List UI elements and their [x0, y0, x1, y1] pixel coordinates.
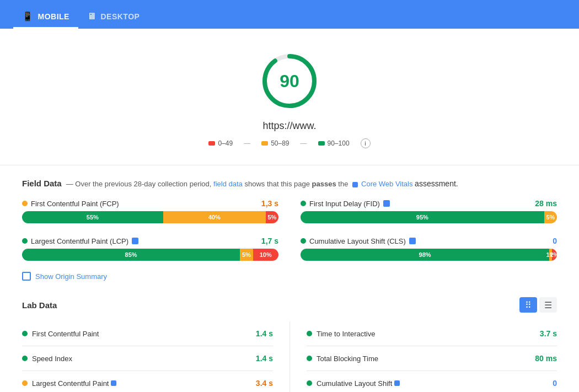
- lab-cls-name: Cumulative Layout Shift: [317, 379, 400, 388]
- lab-si-name: Speed Index: [32, 355, 72, 363]
- legend-label-green: 90–100: [328, 139, 350, 147]
- lab-tti-name: Time to Interactive: [317, 330, 375, 338]
- lab-left-column: First Contentful Paint 1.4 s Speed Index…: [22, 321, 290, 392]
- lcp-bar-red: 10%: [253, 249, 279, 261]
- fcp-bar-orange: 40%: [163, 211, 266, 223]
- fcp-bar-red: 5%: [266, 211, 278, 223]
- lab-metric-tbt: Total Blocking Time 80 ms: [307, 346, 557, 371]
- score-section: 90 https://www. 0–49 — 50–89 — 90–100 i: [0, 29, 579, 165]
- fcp-dot: [22, 201, 28, 206]
- grid-icon: ⠿: [525, 300, 532, 310]
- cwv-link[interactable]: Core Web Vitals: [352, 180, 415, 188]
- lab-metric-tti: Time to Interactive 3.7 s: [307, 321, 557, 346]
- legend-green: 90–100: [318, 139, 350, 147]
- view-list-button[interactable]: ☰: [539, 297, 557, 313]
- content-area: Field Data — Over the previous 28-day co…: [0, 165, 579, 392]
- info-icon[interactable]: i: [361, 138, 371, 148]
- fid-info-icon: [383, 200, 390, 207]
- desktop-icon: 🖥: [87, 12, 96, 22]
- legend-orange: 50–89: [261, 139, 289, 147]
- metric-cls: Cumulative Layout Shift (CLS) 0 98% 1% 2…: [301, 237, 557, 261]
- field-data-header: Field Data — Over the previous 28-day co…: [22, 179, 557, 188]
- cls-name: Cumulative Layout Shift (CLS): [309, 237, 406, 245]
- lab-tbt-dot: [307, 356, 312, 361]
- mobile-icon: 📱: [22, 11, 34, 22]
- lab-cls-value: 0: [553, 379, 557, 388]
- tab-desktop[interactable]: 🖥 DESKTOP: [78, 6, 148, 29]
- header: 📱 MOBILE 🖥 DESKTOP: [0, 0, 579, 29]
- fid-dot: [301, 201, 306, 206]
- list-icon: ☰: [544, 300, 552, 310]
- lab-metric-lcp: Largest Contentful Paint 3.4 s: [22, 371, 273, 392]
- score-url: https://www.: [262, 120, 316, 132]
- lab-lcp-name: Largest Contentful Paint: [32, 379, 116, 388]
- score-value: 90: [280, 71, 299, 92]
- lcp-value: 1,7 s: [261, 237, 278, 245]
- field-data-desc: — Over the previous 28-day collection pe…: [66, 180, 349, 188]
- cls-dot: [301, 238, 306, 244]
- lcp-dot: [22, 238, 28, 244]
- lab-lcp-dot: [22, 380, 28, 386]
- lab-metric-cls: Cumulative Layout Shift 0: [307, 371, 557, 392]
- legend-label-red: 0–49: [218, 139, 233, 147]
- fcp-value: 1,3 s: [261, 199, 278, 208]
- lab-data-title: Lab Data: [22, 300, 57, 310]
- lab-lcp-info-icon: [111, 380, 116, 386]
- cls-bar-green: 98%: [301, 249, 549, 261]
- score-legend: 0–49 — 50–89 — 90–100 i: [208, 138, 370, 148]
- score-circle: 90: [259, 51, 320, 111]
- fcp-bar: 55% 40% 5%: [22, 211, 278, 223]
- lab-fcp-dot: [22, 331, 28, 336]
- lab-tbt-value: 80 ms: [535, 354, 557, 363]
- cls-bar: 98% 1% 2%: [301, 249, 557, 261]
- fcp-bar-green: 55%: [22, 211, 163, 223]
- lcp-info-icon: [132, 238, 138, 244]
- lab-metric-fcp: First Contentful Paint 1.4 s: [22, 321, 273, 346]
- legend-red: 0–49: [208, 139, 233, 147]
- field-data-title: Field Data: [22, 179, 62, 188]
- lab-tti-dot: [307, 331, 312, 336]
- lab-tti-value: 3.7 s: [540, 329, 557, 338]
- lcp-name: Largest Contentful Paint (LCP): [31, 237, 128, 245]
- tab-mobile-label: MOBILE: [38, 12, 69, 21]
- fid-bar-orange: 5%: [544, 211, 557, 223]
- show-origin-row[interactable]: Show Origin Summary: [22, 272, 557, 281]
- cls-bar-red: 2%: [552, 249, 557, 261]
- legend-sep1: —: [244, 139, 250, 147]
- lab-si-dot: [22, 356, 28, 361]
- legend-sep2: —: [301, 139, 307, 147]
- view-grid-button[interactable]: ⠿: [519, 297, 537, 313]
- lab-lcp-value: 3.4 s: [256, 379, 273, 388]
- lab-cls-dot: [307, 380, 312, 386]
- lab-si-value: 1.4 s: [256, 354, 273, 363]
- lcp-bar-orange: 5%: [240, 249, 253, 261]
- legend-dot-orange: [261, 141, 268, 146]
- lcp-bar: 85% 5% 10%: [22, 249, 278, 261]
- field-metrics-grid: First Contentful Paint (FCP) 1,3 s 55% 4…: [22, 199, 557, 261]
- cls-value: 0: [553, 237, 557, 245]
- fid-name: First Input Delay (FID): [309, 200, 380, 208]
- field-data-link[interactable]: field data: [213, 180, 243, 188]
- lab-right-column: Time to Interactive 3.7 s Total Blocking…: [290, 321, 557, 392]
- metric-lcp: Largest Contentful Paint (LCP) 1,7 s 85%…: [22, 237, 278, 261]
- legend-dot-green: [318, 141, 325, 146]
- lab-fcp-name: First Contentful Paint: [32, 330, 99, 338]
- lab-metric-speed-index: Speed Index 1.4 s: [22, 346, 273, 371]
- tab-mobile[interactable]: 📱 MOBILE: [13, 6, 78, 29]
- fid-bar: 95% 5%: [301, 211, 557, 223]
- fid-bar-green: 95%: [301, 211, 544, 223]
- lab-metrics-grid: First Contentful Paint 1.4 s Speed Index…: [22, 321, 557, 392]
- legend-label-orange: 50–89: [271, 139, 289, 147]
- fid-value: 28 ms: [535, 199, 557, 208]
- fcp-name: First Contentful Paint (FCP): [31, 200, 119, 208]
- lab-fcp-value: 1.4 s: [256, 329, 273, 338]
- main-content: 90 https://www. 0–49 — 50–89 — 90–100 i …: [0, 29, 579, 392]
- tab-desktop-label: DESKTOP: [100, 12, 140, 21]
- legend-dot-red: [208, 141, 215, 146]
- lab-tbt-name: Total Blocking Time: [317, 355, 378, 363]
- cwv-icon: [352, 182, 358, 187]
- metric-fcp: First Contentful Paint (FCP) 1,3 s 55% 4…: [22, 199, 278, 223]
- show-origin-checkbox[interactable]: [22, 272, 31, 281]
- lab-view-buttons: ⠿ ☰: [519, 297, 557, 313]
- lab-cls-info-icon: [394, 380, 400, 386]
